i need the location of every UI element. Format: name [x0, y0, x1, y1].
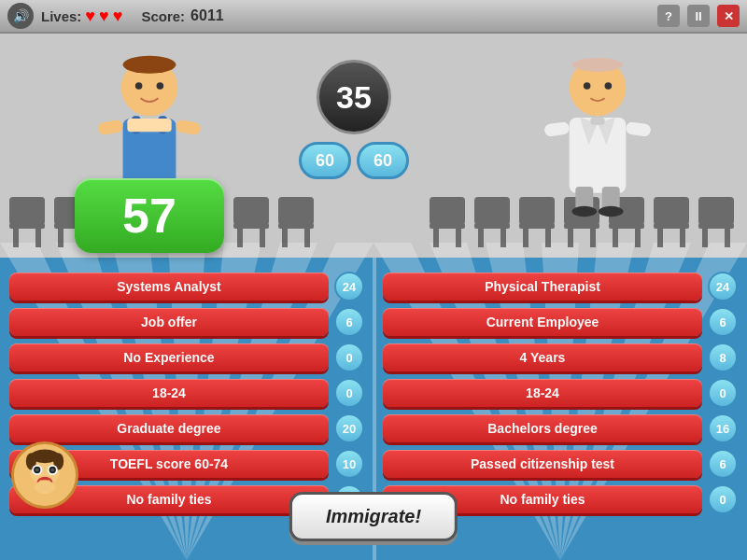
- svg-point-72: [135, 82, 143, 90]
- card-label-right-3: 18-24: [383, 379, 702, 407]
- svg-rect-43: [430, 223, 465, 229]
- card-score-right-5: 6: [708, 449, 738, 479]
- svg-rect-83: [175, 119, 201, 136]
- svg-point-71: [123, 56, 176, 74]
- card-row-right-1[interactable]: Current Employee 6: [383, 307, 738, 337]
- card-row-left-0[interactable]: Systems Analyst 24: [9, 272, 364, 301]
- controls: ? II ✕: [657, 5, 740, 27]
- card-label-right-0: Physical Therapist: [383, 273, 702, 301]
- score-bubble-p2: 60: [357, 142, 409, 179]
- svg-point-108: [50, 469, 54, 472]
- svg-rect-41: [304, 229, 310, 247]
- svg-rect-40: [282, 229, 288, 247]
- center-timer: 35 60 60: [299, 60, 409, 179]
- svg-rect-37: [260, 229, 265, 247]
- card-score-left-3: 0: [334, 378, 364, 408]
- svg-point-86: [584, 82, 591, 90]
- card-row-left-2[interactable]: No Experience 0: [9, 343, 364, 372]
- card-label-right-1: Current Employee: [383, 308, 702, 336]
- card-score-right-4: 16: [708, 413, 738, 443]
- lives-label: Lives:: [41, 8, 81, 24]
- svg-point-95: [599, 206, 624, 217]
- svg-rect-96: [543, 121, 570, 137]
- svg-rect-45: [456, 229, 461, 247]
- card-label-right-5: Passed citizenship test: [383, 450, 702, 478]
- card-score-left-5: 10: [334, 449, 364, 479]
- svg-rect-48: [478, 229, 484, 247]
- immigrate-button[interactable]: Immigrate!: [289, 492, 458, 541]
- card-score-left-2: 0: [334, 343, 364, 372]
- heart-2: ♥: [99, 7, 109, 26]
- svg-point-111: [35, 481, 55, 495]
- heart-1: ♥: [85, 7, 95, 26]
- card-score-right-0: 24: [708, 272, 738, 301]
- character-right: [504, 52, 691, 258]
- player-avatar: [11, 441, 78, 509]
- card-score-right-6: 0: [708, 484, 738, 514]
- svg-rect-69: [725, 229, 730, 247]
- svg-rect-39: [278, 223, 314, 229]
- svg-rect-16: [13, 229, 19, 247]
- card-score-left-4: 20: [334, 413, 364, 443]
- score-left-value: 57: [122, 188, 176, 244]
- card-score-right-1: 6: [708, 307, 738, 337]
- card-score-left-1: 6: [334, 307, 364, 337]
- svg-point-85: [572, 58, 622, 72]
- card-score-left-0: 24: [334, 272, 364, 301]
- card-row-right-5[interactable]: Passed citizenship test 6: [383, 449, 738, 479]
- svg-rect-66: [698, 197, 734, 225]
- card-label-right-2: 4 Years: [383, 343, 702, 371]
- top-bar: 🔊 Lives: ♥ ♥ ♥ Score: 6011 ? II ✕: [0, 0, 747, 34]
- svg-rect-67: [698, 223, 734, 229]
- cards-section-right: Physical Therapist 24 Current Employee 6…: [383, 272, 738, 514]
- lives-section: Lives: ♥ ♥ ♥: [41, 7, 122, 26]
- card-row-right-2[interactable]: 4 Years 8: [383, 343, 738, 372]
- score-section: Score: 6011: [141, 7, 223, 24]
- card-row-right-4[interactable]: Bachelors degree 16: [383, 413, 738, 443]
- card-label-left-0: Systems Analyst: [9, 273, 329, 301]
- svg-rect-68: [702, 229, 708, 247]
- svg-point-73: [157, 82, 164, 90]
- svg-rect-44: [433, 229, 439, 247]
- timer-value: 35: [336, 79, 372, 116]
- card-row-right-3[interactable]: 18-24 0: [383, 378, 738, 408]
- svg-point-107: [35, 469, 39, 472]
- card-score-right-2: 8: [708, 343, 738, 372]
- card-label-right-4: Bachelors degree: [383, 414, 702, 442]
- card-row-left-3[interactable]: 18-24 0: [9, 378, 364, 408]
- score-label: Score:: [141, 8, 185, 24]
- card-row-left-4[interactable]: Graduate degree 20: [9, 413, 364, 443]
- card-label-left-2: No Experience: [9, 343, 329, 371]
- svg-point-94: [572, 206, 598, 217]
- card-label-left-3: 18-24: [9, 379, 329, 407]
- speaker-icon[interactable]: 🔊: [7, 3, 34, 29]
- svg-rect-88: [570, 118, 627, 193]
- svg-rect-14: [9, 197, 45, 225]
- card-score-right-3: 0: [708, 378, 738, 408]
- svg-rect-42: [430, 197, 465, 225]
- svg-rect-38: [278, 197, 314, 225]
- card-row-left-1[interactable]: Job offer 6: [9, 307, 364, 337]
- game-area: 57 35 60 60 Systems Analyst 24 Job offer…: [0, 34, 747, 560]
- card-row-right-0[interactable]: Physical Therapist 24: [383, 272, 738, 301]
- svg-rect-82: [97, 119, 123, 136]
- score-bubble-p1: 60: [299, 142, 351, 179]
- svg-rect-77: [127, 119, 171, 132]
- score-value: 6011: [190, 7, 224, 24]
- close-button[interactable]: ✕: [717, 5, 740, 27]
- heart-3: ♥: [113, 7, 123, 26]
- score-bubbles: 60 60: [299, 142, 409, 179]
- timer-bubble: 35: [317, 60, 391, 134]
- svg-point-87: [605, 82, 613, 90]
- pause-button[interactable]: II: [687, 5, 710, 27]
- svg-rect-97: [626, 121, 652, 137]
- svg-rect-91: [590, 118, 604, 125]
- score-bubble-left: 57: [75, 178, 224, 253]
- svg-rect-17: [35, 229, 41, 247]
- help-button[interactable]: ?: [657, 5, 680, 27]
- card-label-left-4: Graduate degree: [9, 414, 329, 442]
- svg-rect-15: [9, 223, 45, 229]
- card-label-left-1: Job offer: [9, 308, 329, 336]
